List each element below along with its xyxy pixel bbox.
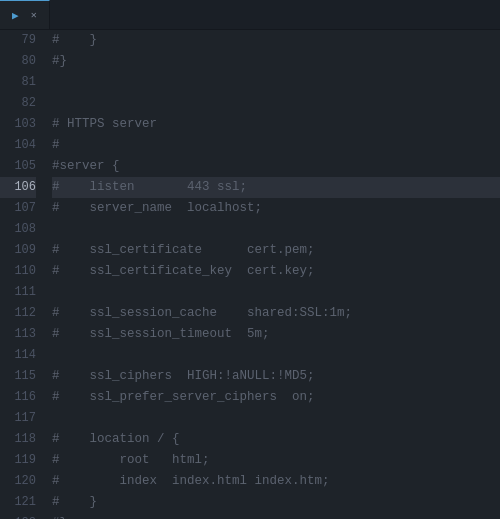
code-line: # listen 443 ssl; bbox=[52, 177, 500, 198]
code-line: # location / { bbox=[52, 429, 500, 450]
code-line: # HTTPS server bbox=[52, 114, 500, 135]
code-line bbox=[52, 408, 500, 429]
line-number: 116 bbox=[0, 387, 36, 408]
code-area[interactable]: # }#}# HTTPS server##server {# listen 44… bbox=[44, 30, 500, 519]
line-number: 122 bbox=[0, 513, 36, 519]
code-line: # index index.html index.htm; bbox=[52, 471, 500, 492]
line-number: 118 bbox=[0, 429, 36, 450]
line-number: 115 bbox=[0, 366, 36, 387]
code-line: # bbox=[52, 135, 500, 156]
line-number: 117 bbox=[0, 408, 36, 429]
line-number: 80 bbox=[0, 51, 36, 72]
code-line: # } bbox=[52, 492, 500, 513]
code-line: # server_name localhost; bbox=[52, 198, 500, 219]
line-number: 110 bbox=[0, 261, 36, 282]
line-number: 119 bbox=[0, 450, 36, 471]
code-line: # root html; bbox=[52, 450, 500, 471]
editor: 7980818210310410510610710810911011111211… bbox=[0, 30, 500, 519]
code-line: # ssl_certificate_key cert.key; bbox=[52, 261, 500, 282]
code-line: # ssl_session_timeout 5m; bbox=[52, 324, 500, 345]
line-number: 103 bbox=[0, 114, 36, 135]
code-line bbox=[52, 93, 500, 114]
line-number: 108 bbox=[0, 219, 36, 240]
code-line: # ssl_session_cache shared:SSL:1m; bbox=[52, 303, 500, 324]
line-number: 82 bbox=[0, 93, 36, 114]
code-line bbox=[52, 282, 500, 303]
code-line: # ssl_ciphers HIGH:!aNULL:!MD5; bbox=[52, 366, 500, 387]
line-number: 107 bbox=[0, 198, 36, 219]
line-number: 104 bbox=[0, 135, 36, 156]
code-line: # ssl_certificate cert.pem; bbox=[52, 240, 500, 261]
code-line: #server { bbox=[52, 156, 500, 177]
code-line bbox=[52, 219, 500, 240]
line-numbers: 7980818210310410510610710810911011111211… bbox=[0, 30, 44, 519]
line-number: 79 bbox=[0, 30, 36, 51]
line-number: 81 bbox=[0, 72, 36, 93]
tab-close-button[interactable]: ✕ bbox=[31, 9, 37, 21]
tab-file-icon: ▶ bbox=[12, 9, 19, 22]
line-number: 111 bbox=[0, 282, 36, 303]
line-number: 112 bbox=[0, 303, 36, 324]
code-line: #} bbox=[52, 51, 500, 72]
line-number: 114 bbox=[0, 345, 36, 366]
code-line bbox=[52, 345, 500, 366]
code-line: # ssl_prefer_server_ciphers on; bbox=[52, 387, 500, 408]
line-number: 121 bbox=[0, 492, 36, 513]
tab-bar: ▶ ✕ bbox=[0, 0, 500, 30]
line-number: 113 bbox=[0, 324, 36, 345]
line-number: 105 bbox=[0, 156, 36, 177]
code-line: # } bbox=[52, 30, 500, 51]
line-number: 109 bbox=[0, 240, 36, 261]
code-line: #} bbox=[52, 513, 500, 519]
file-tab[interactable]: ▶ ✕ bbox=[0, 0, 50, 29]
line-number: 120 bbox=[0, 471, 36, 492]
line-number: 106 bbox=[0, 177, 36, 198]
code-line bbox=[52, 72, 500, 93]
